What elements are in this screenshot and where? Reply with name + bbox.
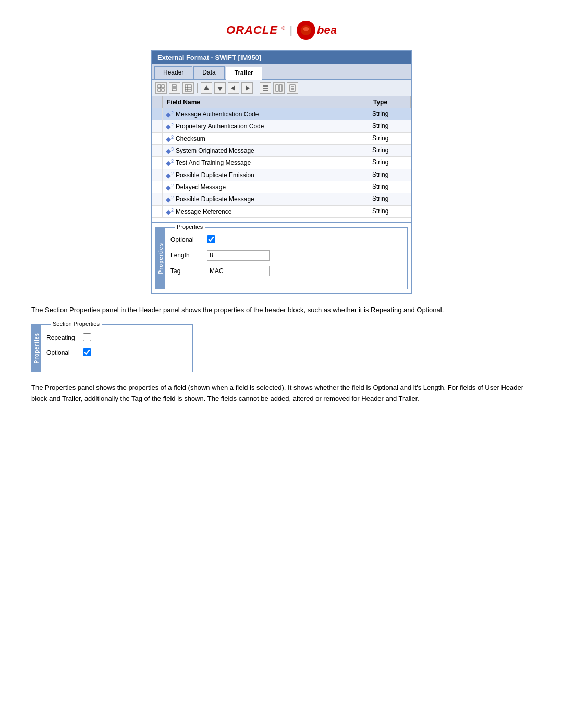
optional-checkbox-container-2[interactable]: [83, 348, 91, 358]
repeating-checkbox[interactable]: [83, 333, 91, 341]
toolbar: [152, 80, 411, 96]
toolbar-down-btn[interactable]: [214, 82, 226, 94]
row-check-5: [152, 157, 163, 168]
row-type-7: String: [369, 181, 411, 193]
row-check-4: [152, 145, 163, 156]
row-name-8: ◆2 Possible Duplicate Message: [163, 193, 369, 205]
diamond-icon-8: ◆2: [166, 195, 174, 203]
svg-marker-14: [217, 87, 223, 91]
properties-content: Properties Optional Length Tag: [156, 228, 407, 289]
row-type-3: String: [369, 133, 411, 144]
table-row[interactable]: ◆2 Possible Duplicate Emission String: [152, 169, 411, 181]
toolbar-left-btn[interactable]: [228, 82, 239, 94]
repeating-row: Repeating: [46, 333, 185, 343]
table-row[interactable]: ◆2 Possible Duplicate Message String: [152, 193, 411, 205]
table-row[interactable]: ◆3 System Originated Message String: [152, 145, 411, 157]
diamond-icon-4: ◆3: [166, 146, 174, 155]
row-check-9: [152, 206, 163, 217]
svg-rect-4: [162, 89, 164, 91]
table-row[interactable]: ◆2 Message Reference String: [152, 206, 411, 218]
row-type-2: String: [369, 120, 411, 132]
tag-row: Tag: [170, 266, 400, 276]
tag-value-container[interactable]: [207, 266, 270, 276]
diamond-icon-5: ◆2: [166, 158, 174, 167]
row-type-8: String: [369, 193, 411, 205]
svg-rect-2: [162, 85, 164, 88]
table-row[interactable]: ◆2 Checksum String: [152, 133, 411, 145]
bea-icon: [297, 21, 315, 40]
section-properties-content: Section Properties Repeating Optional: [32, 325, 192, 372]
length-input[interactable]: [207, 250, 270, 261]
svg-marker-13: [204, 85, 209, 90]
main-window: External Format - SWIFT [IM950] Header D…: [151, 50, 412, 294]
row-type-4: String: [369, 145, 411, 156]
optional-checkbox[interactable]: [207, 235, 215, 243]
row-name-1: ◆2 Message Authentication Code: [163, 108, 369, 120]
tab-data[interactable]: Data: [193, 66, 224, 79]
tag-input[interactable]: [207, 266, 270, 276]
svg-rect-3: [158, 89, 161, 91]
row-check-2: [152, 120, 163, 132]
row-name-7: ◆2 Delayed Message: [163, 181, 369, 193]
properties-panel: Properties Properties Optional Length Ta…: [155, 227, 408, 289]
optional-row-2: Optional: [46, 348, 185, 358]
col-name-header: Field Name: [163, 96, 369, 108]
diamond-icon-6: ◆2: [166, 171, 174, 179]
length-value-container[interactable]: [207, 250, 270, 261]
length-label: Length: [170, 252, 207, 259]
toolbar-doc-btn[interactable]: [169, 82, 180, 94]
row-check-8: [152, 193, 163, 205]
toolbar-columns-btn[interactable]: [273, 82, 285, 94]
window-title: External Format - SWIFT [IM950]: [152, 51, 411, 64]
section-props-title: Section Properties: [51, 320, 102, 327]
diamond-icon-9: ◆2: [166, 207, 174, 216]
section-paragraph: The Section Properties panel in the Head…: [31, 305, 532, 316]
toolbar-right-btn[interactable]: [241, 82, 253, 94]
row-check-7: [152, 181, 163, 193]
row-name-5: ◆2 Test And Training Message: [163, 157, 369, 168]
optional-checkbox-2[interactable]: [83, 348, 91, 356]
repeating-checkbox-container[interactable]: [83, 333, 91, 343]
diamond-icon-3: ◆2: [166, 134, 174, 143]
svg-rect-9: [185, 85, 191, 91]
svg-marker-16: [246, 85, 250, 91]
table-row[interactable]: ◆2 Test And Training Message String: [152, 157, 411, 169]
row-name-2: ◆2 Proprietary Authentication Code: [163, 120, 369, 132]
col-type-header: Type: [369, 96, 411, 108]
optional-label-2: Optional: [46, 349, 83, 356]
toolbar-divider-2: [256, 83, 256, 93]
optional-checkbox-container[interactable]: [207, 235, 215, 245]
repeating-label: Repeating: [46, 334, 83, 341]
table-row[interactable]: ◆2 Proprietary Authentication Code Strin…: [152, 120, 411, 132]
row-check-3: [152, 133, 163, 144]
row-type-1: String: [369, 108, 411, 120]
toolbar-grid-btn[interactable]: [155, 82, 167, 94]
tab-bar: Header Data Trailer: [152, 64, 411, 80]
optional-row: Optional: [170, 235, 400, 245]
toolbar-list-btn[interactable]: [260, 82, 271, 94]
table-row[interactable]: ◆2 Message Authentication Code String: [152, 108, 411, 120]
row-type-9: String: [369, 206, 411, 217]
diamond-icon-2: ◆2: [166, 122, 174, 130]
logo-area: ORACLE ® | bea: [31, 21, 532, 40]
oracle-logo: ORACLE ®: [226, 23, 286, 37]
length-row: Length: [170, 250, 400, 261]
table-row[interactable]: ◆2 Delayed Message String: [152, 181, 411, 193]
diamond-icon-7: ◆2: [166, 183, 174, 191]
svg-marker-15: [231, 85, 235, 91]
diamond-icon-1: ◆2: [166, 110, 174, 118]
section-properties-window: Properties Section Properties Repeating …: [31, 324, 193, 372]
row-type-6: String: [369, 169, 411, 181]
tag-label: Tag: [170, 267, 207, 275]
svg-rect-1: [158, 85, 161, 88]
bea-logo: bea: [297, 21, 337, 40]
svg-rect-20: [276, 85, 278, 91]
properties-title-label: Properties: [175, 224, 205, 230]
tab-trailer[interactable]: Trailer: [226, 67, 262, 80]
tab-header[interactable]: Header: [154, 66, 192, 79]
toolbar-export-btn[interactable]: [287, 82, 298, 94]
row-name-9: ◆2 Message Reference: [163, 206, 369, 217]
toolbar-divider-1: [197, 83, 198, 93]
toolbar-table-btn[interactable]: [182, 82, 194, 94]
toolbar-up-btn[interactable]: [201, 82, 212, 94]
